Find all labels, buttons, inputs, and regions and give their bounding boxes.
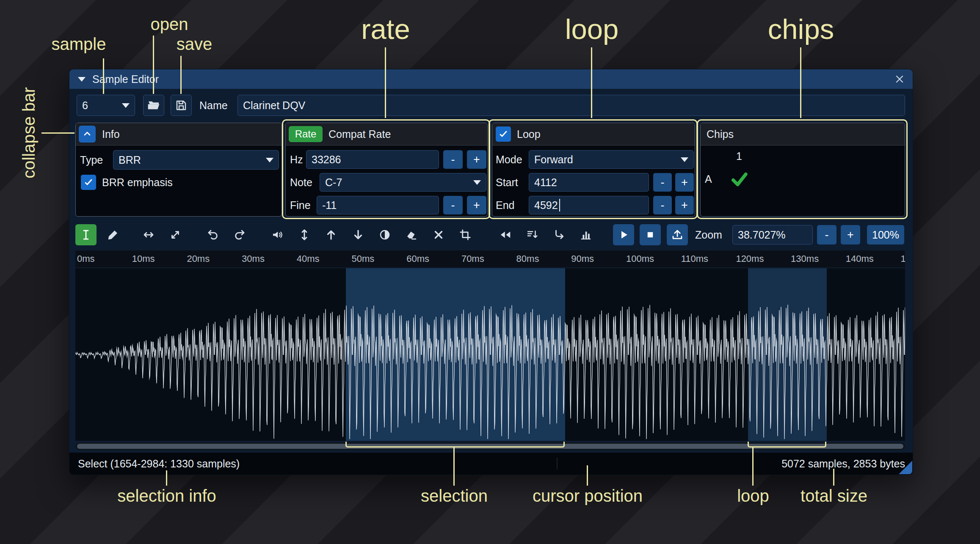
brr-emphasis-label: BRR emphasis xyxy=(102,175,173,190)
undo-button[interactable] xyxy=(202,224,224,245)
scrollbar-thumb[interactable] xyxy=(77,444,903,449)
export-button[interactable] xyxy=(667,224,688,245)
fine-value: -11 xyxy=(322,199,337,212)
screen: Sample Editor 6 Name Clarinet DQV xyxy=(0,0,980,544)
half-circle-icon xyxy=(378,228,391,241)
trim-button[interactable] xyxy=(455,224,476,245)
eraser-button[interactable] xyxy=(401,224,422,245)
chevron-down-icon xyxy=(473,180,481,185)
loop-start-value: 4112 xyxy=(534,176,557,189)
resize-horizontal-button[interactable] xyxy=(138,224,159,245)
select-tool-button[interactable] xyxy=(75,224,97,245)
lines-down-arrow-icon xyxy=(526,228,538,241)
upload-icon xyxy=(671,228,684,241)
chip-row-label: A xyxy=(705,170,712,188)
rate-button[interactable]: Rate xyxy=(289,126,323,142)
annotation-sample-label: sample xyxy=(52,35,106,54)
silence-button[interactable] xyxy=(428,224,449,245)
hz-plus-button[interactable]: + xyxy=(467,150,486,169)
amplify-down-button[interactable] xyxy=(348,224,369,245)
total-size-text: 5072 samples, 2853 bytes xyxy=(781,458,905,470)
x-icon xyxy=(432,228,445,241)
mode-label: Mode xyxy=(496,150,522,169)
play-icon xyxy=(617,228,630,241)
type-label: Type xyxy=(80,150,103,170)
zoom-input[interactable]: 38.7027% xyxy=(732,225,813,245)
hz-minus-button[interactable]: - xyxy=(443,150,463,169)
resample-button[interactable] xyxy=(522,224,543,245)
fine-input[interactable]: -11 xyxy=(317,196,439,214)
fine-minus-button[interactable]: - xyxy=(443,196,463,214)
hz-input[interactable]: 33286 xyxy=(306,150,439,169)
loop-start-input[interactable]: 4112 xyxy=(529,173,649,192)
arrow-up-down-icon xyxy=(298,228,311,241)
redo-button[interactable] xyxy=(229,224,250,245)
chevron-down-icon xyxy=(122,103,130,108)
bar-chart-icon xyxy=(580,228,592,241)
end-minus-button[interactable]: - xyxy=(653,196,672,214)
annotation-collapse-bar-label: collapse bar xyxy=(19,87,39,179)
loop-checkbox[interactable] xyxy=(496,126,511,142)
resize-handle[interactable] xyxy=(899,461,912,474)
start-plus-button[interactable]: + xyxy=(675,173,694,192)
ruler-tick: 60ms xyxy=(406,253,429,264)
brr-emphasis-checkbox[interactable] xyxy=(81,175,96,190)
arrow-left-right-icon xyxy=(142,228,155,241)
name-input[interactable]: Clarinet DQV xyxy=(237,95,905,116)
draw-tool-button[interactable] xyxy=(102,224,124,245)
end-plus-button[interactable]: + xyxy=(675,196,694,214)
close-button[interactable] xyxy=(893,73,906,85)
start-minus-button[interactable]: - xyxy=(653,173,672,192)
info-header-label: Info xyxy=(102,128,120,140)
zoom-out-button[interactable]: - xyxy=(817,225,836,245)
amplify-up-button[interactable] xyxy=(320,224,342,245)
resize-free-button[interactable] xyxy=(165,224,186,245)
diagonal-expand-icon xyxy=(169,228,182,241)
loop-end-input[interactable]: 4592 xyxy=(529,196,649,214)
waveform-view[interactable] xyxy=(75,268,905,441)
title-bar[interactable]: Sample Editor xyxy=(69,69,913,89)
rate-panel-header: Rate Compat Rate xyxy=(286,123,487,146)
zoom-reset-button[interactable]: 100% xyxy=(867,225,904,245)
info-panel: Info Type BRR BRR emphasis xyxy=(75,123,282,217)
horizontal-scrollbar[interactable] xyxy=(75,442,905,450)
ruler-tick: 70ms xyxy=(461,253,484,264)
ruler-tick: 110ms xyxy=(681,253,708,264)
save-button[interactable] xyxy=(171,95,192,116)
check-icon xyxy=(83,177,94,187)
zoom-value: 38.7027% xyxy=(738,229,786,241)
window-collapse-triangle-icon[interactable] xyxy=(78,77,86,82)
type-select[interactable]: BRR xyxy=(113,150,279,170)
chip-a1-toggle[interactable] xyxy=(730,170,748,188)
statistics-button[interactable] xyxy=(575,224,596,245)
ruler-tick: 90ms xyxy=(571,253,594,264)
preview-sound-button[interactable] xyxy=(267,224,288,245)
close-icon xyxy=(894,73,905,85)
redo-icon xyxy=(233,228,246,241)
insert-button[interactable] xyxy=(549,224,570,245)
green-check-icon xyxy=(730,170,748,188)
sample-number-select[interactable]: 6 xyxy=(77,95,135,116)
mode-select[interactable]: Forward xyxy=(529,150,694,169)
corner-down-right-arrow-icon xyxy=(553,228,566,241)
play-button[interactable] xyxy=(613,224,634,245)
zoom-in-button[interactable]: + xyxy=(841,225,860,245)
speaker-icon xyxy=(271,228,284,241)
stop-button[interactable] xyxy=(640,224,661,245)
note-select[interactable]: C-7 xyxy=(320,173,486,192)
fine-plus-button[interactable]: + xyxy=(467,196,486,214)
ruler-tick: 80ms xyxy=(516,253,539,264)
rewind-button[interactable] xyxy=(495,224,516,245)
chevron-down-icon xyxy=(681,157,688,162)
invert-button[interactable] xyxy=(374,224,395,245)
normalize-button[interactable] xyxy=(294,224,315,245)
start-label: Start xyxy=(496,173,518,192)
ruler-tick: 140ms xyxy=(846,253,874,264)
save-icon xyxy=(175,99,188,112)
open-button[interactable] xyxy=(143,95,164,116)
arrow-up-icon xyxy=(325,228,337,241)
annotation-rate-label: rate xyxy=(361,13,410,45)
check-icon xyxy=(498,129,508,139)
ruler-tick: 130ms xyxy=(791,253,819,264)
collapse-bar-button[interactable] xyxy=(79,126,96,143)
